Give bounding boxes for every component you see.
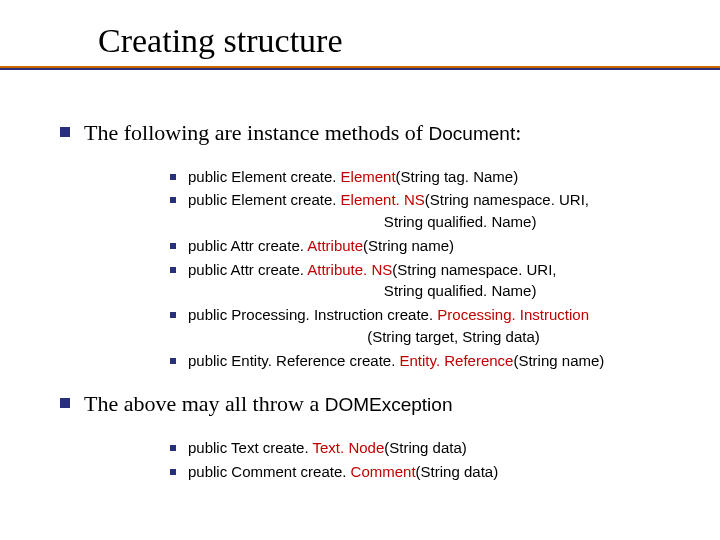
square-bullet-icon — [170, 243, 176, 249]
point2-prefix: The above may all throw a — [84, 391, 325, 416]
point2-text: The above may all throw a DOMException — [84, 389, 452, 419]
point2-code: DOMException — [325, 394, 453, 415]
method-text: public Processing. Instruction create. P… — [188, 304, 589, 348]
point1-prefix: The following are instance methods of — [84, 120, 429, 145]
title-area: Creating structure — [0, 0, 720, 60]
square-bullet-icon — [60, 127, 70, 137]
square-bullet-icon — [170, 197, 176, 203]
square-bullet-icon — [60, 398, 70, 408]
method-text: public Element create. Element(String ta… — [188, 166, 518, 188]
method-text: public Element create. Element. NS(Strin… — [188, 189, 589, 233]
list-item: public Attr create. Attribute(String nam… — [170, 235, 690, 257]
method-text: public Entity. Reference create. Entity.… — [188, 350, 604, 372]
point1-suffix: : — [515, 120, 521, 145]
point1-code: Document — [429, 123, 516, 144]
methods-list-1: public Element create. Element(String ta… — [170, 166, 690, 372]
list-item: public Element create. Element(String ta… — [170, 166, 690, 188]
list-item: public Text create. Text. Node(String da… — [170, 437, 690, 459]
list-item: public Entity. Reference create. Entity.… — [170, 350, 690, 372]
bullet-level1: The above may all throw a DOMException — [60, 389, 690, 419]
slide-title: Creating structure — [98, 22, 720, 60]
point1-text: The following are instance methods of Do… — [84, 118, 521, 148]
method-text: public Attr create. Attribute(String nam… — [188, 235, 454, 257]
square-bullet-icon — [170, 312, 176, 318]
square-bullet-icon — [170, 358, 176, 364]
square-bullet-icon — [170, 469, 176, 475]
list-item: public Element create. Element. NS(Strin… — [170, 189, 690, 233]
bullet-level1: The following are instance methods of Do… — [60, 118, 690, 148]
method-text: public Text create. Text. Node(String da… — [188, 437, 467, 459]
square-bullet-icon — [170, 267, 176, 273]
square-bullet-icon — [170, 445, 176, 451]
methods-list-2: public Text create. Text. Node(String da… — [170, 437, 690, 483]
list-item: public Processing. Instruction create. P… — [170, 304, 690, 348]
list-item: public Attr create. Attribute. NS(String… — [170, 259, 690, 303]
method-text: public Comment create. Comment(String da… — [188, 461, 498, 483]
slide-content: The following are instance methods of Do… — [0, 70, 720, 483]
list-item: public Comment create. Comment(String da… — [170, 461, 690, 483]
method-text: public Attr create. Attribute. NS(String… — [188, 259, 557, 303]
square-bullet-icon — [170, 174, 176, 180]
